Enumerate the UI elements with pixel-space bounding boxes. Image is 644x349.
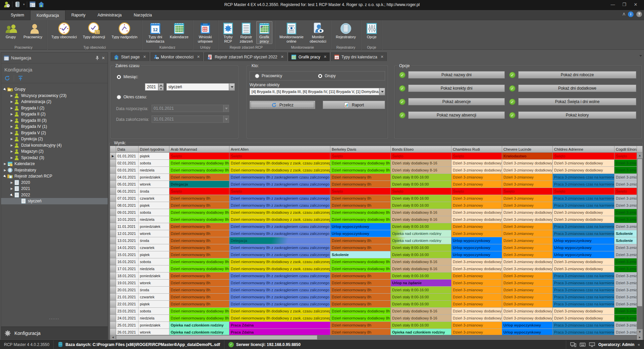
maximize-button[interactable]: ❐	[619, 0, 630, 9]
column-header-data[interactable]: Data	[116, 146, 139, 153]
schedule-cell-z3[interactable]: Dzień 3-zmianowy	[451, 272, 502, 280]
tree-item-magazyn-2-[interactable]: ▶Magazyn (2)	[1, 148, 108, 155]
ribbon-button-tryby-rcp[interactable]: Tryby RCP	[220, 21, 236, 44]
schedule-cell-p3[interactable]: Praca 3-zmianowa czas na karmienie	[553, 280, 614, 287]
schedule-cell-sw[interactable]: Święto	[614, 153, 637, 160]
checkbox-checked-icon[interactable]: ✓	[399, 72, 406, 78]
schedule-cell-p3[interactable]: Praca 3-zmianowa czas na karmienie	[553, 301, 614, 308]
schedule-cell-uw[interactable]: Urlop wypoczynkowy	[502, 329, 553, 335]
date-cell[interactable]: 04.01.2021	[116, 174, 139, 181]
schedule-cell-st[interactable]: Dzień stały 8:00-16:00	[391, 251, 451, 258]
row-indicator-cell[interactable]	[110, 287, 116, 294]
period-radio[interactable]: Okres czasu:	[117, 95, 147, 99]
schedule-cell-sd[interactable]: Dzień stały dodatkowy 8-16	[391, 308, 451, 315]
tree-item-2020[interactable]: ▶2020	[1, 180, 108, 186]
schedule-cell-ob[interactable]: Opieka nad członkiem rodziny	[391, 237, 451, 244]
tree-item-sprzedaż-3-[interactable]: ▶Sprzedaż (3)	[1, 155, 108, 161]
row-indicator-cell[interactable]	[110, 315, 116, 322]
schedule-cell-nz[interactable]: Dzień nienormowany 8h z zaokrągleniem cz…	[229, 244, 330, 251]
row-indicator-cell[interactable]	[110, 308, 116, 315]
selected-objects-arrow[interactable]	[379, 88, 385, 95]
schedule-cell-p3[interactable]: Praca 3-zmianowa czas na karmienie	[553, 174, 614, 181]
row-indicator-cell[interactable]	[110, 216, 116, 223]
schedule-cell-zd[interactable]: Dzień 3-zmianowy dodatkowy	[553, 209, 614, 216]
schedule-cell-nd[interactable]: Dzień nienormowany dodatkowy 8h	[169, 216, 229, 223]
pin-icon[interactable]	[95, 56, 100, 60]
date-cell[interactable]: 20.01.2021	[116, 287, 139, 294]
schedule-cell-nd[interactable]: Dzień nienormowany dodatkowy 8h	[169, 160, 229, 167]
weekday-cell[interactable]: sobota	[139, 209, 169, 216]
tree-item-wszyscy-pracownicy-23-[interactable]: ▶Wszyscy pracownicy (23)	[1, 93, 108, 99]
tree-expand-icon[interactable]: ▶	[10, 131, 14, 135]
tab-close-icon[interactable]: ✕	[197, 55, 200, 59]
option-button-pokaż-dni-robocze[interactable]: Pokaż dni robocze	[518, 71, 636, 79]
date-cell[interactable]: 06.01.2021	[116, 188, 139, 195]
vertical-scroll-thumb[interactable]	[637, 159, 642, 306]
row-indicator-cell[interactable]	[110, 258, 116, 265]
ribbon-button-typy-nadgodzin[interactable]: Typy nadgodzin	[109, 21, 140, 44]
row-indicator-cell[interactable]	[110, 280, 116, 287]
schedule-cell-z3[interactable]: Dzień 3-zmianowy	[451, 181, 502, 188]
schedule-cell-z3[interactable]: Dzień 3-zmianowy	[502, 202, 553, 209]
schedule-cell-n8[interactable]: Dzień nienormowany 8h	[169, 280, 229, 287]
schedule-cell-z3[interactable]: Dzień 3-zmianowy	[451, 287, 502, 294]
date-cell[interactable]: 03.01.2021	[116, 167, 139, 174]
schedule-cell-z3[interactable]: Dzień 3-zmianowy	[451, 195, 502, 202]
schedule-cell-z3[interactable]: Dzień 3-zmianowy	[502, 174, 553, 181]
schedule-cell-g3[interactable]: Dzień 3-zmianowy	[614, 202, 637, 209]
schedule-cell-g3[interactable]: Dzień 3-zmianowy	[614, 329, 637, 335]
schedule-cell-nz[interactable]: Dzień nienormowany 8h z zaokrągleniem cz…	[229, 195, 330, 202]
info-icon[interactable]: i	[628, 11, 634, 17]
weekday-cell[interactable]: piątek	[139, 301, 169, 308]
schedule-cell-n8[interactable]: Dzień nienormowany 8h	[169, 230, 229, 237]
schedule-cell-st[interactable]: Dzień stały 8:00-16:00	[391, 287, 451, 294]
schedule-cell-nz[interactable]: Dzień nienormowany 8h z zaokrągleniem cz…	[229, 301, 330, 308]
schedule-cell-z3[interactable]: Dzień 3-zmianowy	[502, 272, 553, 280]
schedule-cell-zd[interactable]: Dzień 3-zmianowy dodatkowy	[502, 308, 553, 315]
year-field[interactable]: 2021	[145, 83, 158, 91]
row-indicator-cell[interactable]	[110, 188, 116, 195]
schedule-cell-zd[interactable]: Dzień 3-zmianowy dodatkowy	[553, 160, 614, 167]
checkbox-checked-icon[interactable]: ✓	[509, 85, 516, 92]
tab-rejestr-zdarzeń-rcp-styczeń-2022[interactable]: aRejestr zdarzeń RCP styczeń 2022✕	[204, 52, 287, 61]
tree-item-brygada-iii-3-[interactable]: ▶Brygada III (3)	[1, 117, 108, 124]
row-indicator-cell[interactable]	[110, 195, 116, 202]
schedule-cell-ny[interactable]: Dzień nienormowany 8h dodatkowy z zaok. …	[229, 258, 330, 265]
schedule-cell-p3[interactable]: Praca 3-zmianowa czas na karmienie	[553, 329, 614, 335]
schedule-cell-nd[interactable]: Dzień nienormowany dodatkowy 8h	[169, 265, 229, 272]
nav-close-icon[interactable]: ✕	[102, 56, 105, 60]
schedule-cell-sw[interactable]: Święto	[553, 188, 614, 195]
tree-item-dział-konstrukcyjny-4-[interactable]: ▶Dział konstrukcyjny (4)	[1, 142, 108, 149]
schedule-cell-n8[interactable]: Dzień nienormowany 8h	[169, 244, 229, 251]
schedule-cell-n8[interactable]: Dzień nienormowany 8h	[169, 251, 229, 258]
date-cell[interactable]: 07.01.2021	[116, 195, 139, 202]
schedule-cell-nd[interactable]: Dzień nienormowany dodatkowy 8h	[330, 167, 391, 174]
menu-tab-system[interactable]: System	[5, 10, 30, 20]
schedule-cell-p3[interactable]: Praca 3-zmianowa czas na karmienie	[553, 272, 614, 280]
tree-item-brygada-i-2-[interactable]: ▶Brygada I (2)	[1, 105, 108, 111]
report-button[interactable]: Raport	[323, 101, 385, 109]
schedule-cell-z3[interactable]: Dzień 3-zmianowy	[451, 230, 502, 237]
ribbon-button-monitorowanie-online[interactable]: Monitorowanie online	[277, 21, 306, 44]
tab-list-dropdown-icon[interactable]	[639, 55, 642, 57]
close-button[interactable]: ✕	[630, 0, 641, 9]
tree-expand-icon[interactable]: ▶	[10, 156, 14, 159]
schedule-cell-st[interactable]: Dzień stały 8:00-16:00	[391, 202, 451, 209]
schedule-cell-gd[interactable]: Dzień 3-zmianowy dodatkowy	[614, 167, 637, 174]
column-header-childres-adrienne[interactable]: Childres Adrienne	[553, 146, 614, 153]
schedule-cell-p3[interactable]: Praca 3-zmianowa czas na karmienie	[553, 287, 614, 294]
date-cell[interactable]: 26.01.2021	[116, 329, 139, 335]
ribbon-button-kalendarze[interactable]: Kalendarze	[168, 21, 191, 44]
weekday-cell[interactable]: poniedziałek	[139, 174, 169, 181]
date-cell[interactable]: 15.01.2021	[116, 251, 139, 258]
scroll-left-icon[interactable]: ◄	[110, 335, 116, 340]
row-indicator-cell[interactable]	[110, 167, 116, 174]
schedule-cell-sw[interactable]: Święto	[169, 188, 229, 195]
tree-item-grupy[interactable]: ▶Grupy	[1, 86, 108, 93]
date-cell[interactable]: 09.01.2021	[116, 209, 139, 216]
checkbox-checked-icon[interactable]: ✓	[399, 85, 406, 92]
schedule-cell-uw[interactable]: Urlop wypoczynkowy	[330, 230, 391, 237]
row-indicator-cell[interactable]	[110, 181, 116, 188]
scroll-down-icon[interactable]: ▼	[637, 329, 643, 335]
tab-close-icon[interactable]: ✕	[281, 55, 284, 59]
